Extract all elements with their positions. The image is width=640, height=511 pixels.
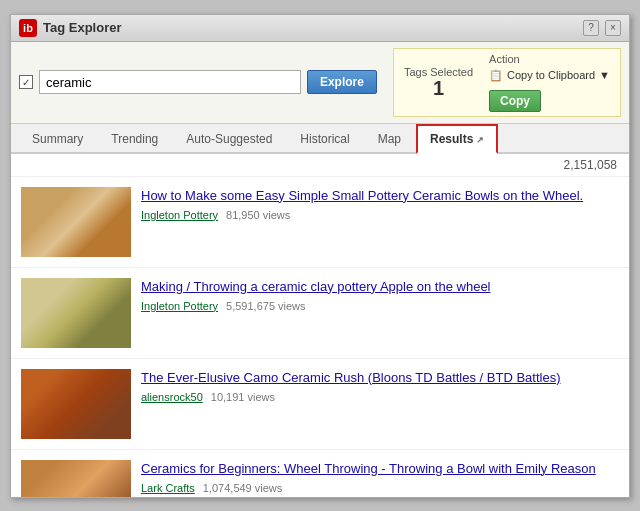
search-checkbox[interactable]: [19, 75, 33, 89]
table-row: Ceramics for Beginners: Wheel Throwing -…: [11, 450, 629, 497]
result-title[interactable]: How to Make some Easy Simple Small Potte…: [141, 187, 619, 205]
tab-summary[interactable]: Summary: [19, 125, 96, 152]
result-meta: Lark Crafts 1,074,549 views: [141, 482, 619, 494]
result-thumbnail: [21, 187, 131, 257]
help-button[interactable]: ?: [583, 20, 599, 36]
result-info: How to Make some Easy Simple Small Potte…: [141, 187, 619, 221]
title-bar-controls: ? ×: [583, 20, 621, 36]
copy-to-clipboard-label: Copy to Clipboard: [507, 69, 595, 81]
table-row: How to Make some Easy Simple Small Potte…: [11, 177, 629, 268]
result-channel[interactable]: Ingleton Pottery: [141, 209, 218, 221]
window-title: Tag Explorer: [43, 20, 122, 35]
copy-button[interactable]: Copy: [489, 90, 541, 112]
result-meta: aliensrock50 10,191 views: [141, 391, 619, 403]
tab-map[interactable]: Map: [365, 125, 414, 152]
dropdown-arrow: ▼: [599, 69, 610, 81]
tabs-bar: Summary Trending Auto-Suggested Historic…: [11, 124, 629, 154]
result-title[interactable]: Ceramics for Beginners: Wheel Throwing -…: [141, 460, 619, 478]
result-meta: Ingleton Pottery 5,591,675 views: [141, 300, 619, 312]
clipboard-icon: 📋: [489, 69, 503, 82]
tags-action-panel: Tags Selected 1 Action 📋 Copy to Clipboa…: [393, 48, 621, 117]
result-views: 5,591,675 views: [226, 300, 306, 312]
tags-selected-section: Tags Selected 1: [404, 66, 473, 98]
result-count: 2,151,058: [11, 154, 629, 177]
result-thumbnail: [21, 369, 131, 439]
result-channel[interactable]: Ingleton Pottery: [141, 300, 218, 312]
tab-trending[interactable]: Trending: [98, 125, 171, 152]
table-row: Making / Throwing a ceramic clay pottery…: [11, 268, 629, 359]
result-info: The Ever-Elusive Camo Ceramic Rush (Bloo…: [141, 369, 619, 403]
app-logo: ib: [19, 19, 37, 37]
result-thumbnail: [21, 278, 131, 348]
action-label: Action: [489, 53, 610, 65]
result-thumbnail: [21, 460, 131, 497]
result-channel[interactable]: aliensrock50: [141, 391, 203, 403]
result-meta: Ingleton Pottery 81,950 views: [141, 209, 619, 221]
tab-historical[interactable]: Historical: [287, 125, 362, 152]
toolbar: Explore Tags Selected 1 Action 📋 Copy to…: [11, 42, 629, 124]
title-bar: ib Tag Explorer ? ×: [11, 15, 629, 42]
main-window: ib Tag Explorer ? × Explore Tags Selecte…: [10, 14, 630, 498]
result-views: 10,191 views: [211, 391, 275, 403]
action-section: Action 📋 Copy to Clipboard ▼ Copy: [489, 53, 610, 112]
results-list: How to Make some Easy Simple Small Potte…: [11, 177, 629, 497]
result-title[interactable]: The Ever-Elusive Camo Ceramic Rush (Bloo…: [141, 369, 619, 387]
explore-button[interactable]: Explore: [307, 70, 377, 94]
title-bar-left: ib Tag Explorer: [19, 19, 122, 37]
external-link-icon: ↗: [476, 135, 484, 145]
tags-selected-count: 1: [433, 78, 444, 98]
tab-results[interactable]: Results↗: [416, 124, 498, 154]
tab-auto-suggested[interactable]: Auto-Suggested: [173, 125, 285, 152]
copy-to-clipboard-button[interactable]: 📋 Copy to Clipboard ▼: [489, 69, 610, 82]
table-row: The Ever-Elusive Camo Ceramic Rush (Bloo…: [11, 359, 629, 450]
close-button[interactable]: ×: [605, 20, 621, 36]
result-views: 1,074,549 views: [203, 482, 283, 494]
result-title[interactable]: Making / Throwing a ceramic clay pottery…: [141, 278, 619, 296]
search-input[interactable]: [39, 70, 301, 94]
result-views: 81,950 views: [226, 209, 290, 221]
result-info: Ceramics for Beginners: Wheel Throwing -…: [141, 460, 619, 494]
result-info: Making / Throwing a ceramic clay pottery…: [141, 278, 619, 312]
result-channel[interactable]: Lark Crafts: [141, 482, 195, 494]
